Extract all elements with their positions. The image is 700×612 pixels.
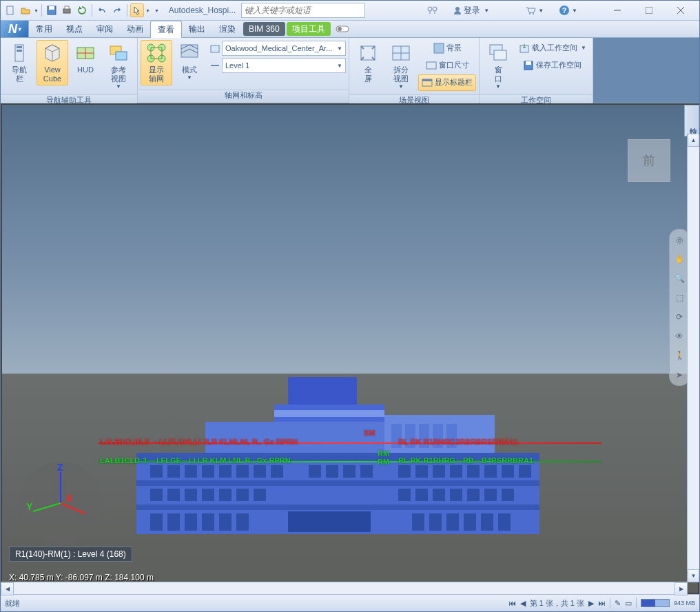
tab-bim360[interactable]: BIM 360 [243,22,285,36]
showgrid-button[interactable]: 显示 轴网 [141,40,172,85]
document-title: Autodesk_Hospi... [169,6,236,15]
titlebar-button[interactable]: 显示标题栏 [418,74,476,91]
save-icon[interactable] [45,3,59,17]
svg-rect-98 [236,513,249,531]
fullscreen-button[interactable]: 全 屏 [352,40,384,85]
svg-rect-99 [288,511,371,532]
svg-rect-57 [136,480,539,486]
tab-extra[interactable] [331,21,353,37]
tab-project-tools[interactable]: 项目工具 [287,22,331,36]
cart-icon[interactable]: ▼ [520,3,548,17]
scrollbar-horizontal[interactable]: ◀▶ [1,582,688,594]
svg-rect-74 [450,465,462,478]
tab-common[interactable]: 常用 [29,21,59,37]
level-dropdown[interactable]: Level 1▼ [222,58,346,73]
nav-first-icon[interactable]: ⏮ [508,599,516,607]
svg-rect-68 [326,465,338,478]
comm-center-icon[interactable] [422,3,443,17]
svg-rect-65 [254,465,266,478]
print-icon[interactable] [60,3,74,17]
svg-rect-44 [422,79,432,81]
open-icon[interactable] [19,3,32,17]
select-icon[interactable] [130,3,144,17]
window-button[interactable]: 窗 口▼ [482,40,514,92]
login-button[interactable]: 登录▼ [449,3,494,19]
pencil-icon[interactable]: ✎ [615,599,621,608]
winsize-button[interactable]: 窗口尺寸 [418,57,476,74]
undo-icon[interactable] [95,3,109,17]
page-icon[interactable]: ▭ [625,599,632,608]
3d-viewport[interactable]: LALB1CLDLS →LLFLGHLLI JLR KLMLNL R.. Gx … [2,105,698,593]
svg-rect-94 [167,513,180,531]
statusbar: 就绪 ⏮ ◀ 第 1 张，共 1 张 ▶ ⏭ ✎ ▭ 943 MB [1,594,699,611]
panel-grids-title: 轴网和标高 [138,90,349,103]
pan-icon[interactable]: ✋ [673,253,686,265]
svg-rect-64 [236,465,249,478]
pointer-icon[interactable]: ➤ [673,369,686,381]
svg-point-8 [529,13,531,14]
sheet-status: 第 1 张，共 1 张 [530,598,584,609]
svg-point-9 [533,13,534,14]
tab-animation[interactable]: 动画 [120,21,150,37]
zoom-icon[interactable]: 🔍 [673,272,686,285]
minimize-button[interactable] [601,1,633,19]
tab-review[interactable]: 审阅 [90,21,120,37]
nav-prev-icon[interactable]: ◀ [520,599,526,608]
svg-rect-69 [343,465,356,478]
split-button[interactable]: 拆分 视图▼ [385,40,417,92]
nav-next-icon[interactable]: ▶ [588,599,594,608]
viewcube-button[interactable]: View Cube [37,40,68,85]
svg-rect-19 [17,46,22,48]
orbit2-icon[interactable]: ⟳ [673,311,686,323]
svg-rect-60 [167,465,180,478]
properties-tab[interactable]: 特性 [684,105,699,136]
svg-rect-78 [519,465,531,478]
svg-rect-102 [446,513,459,531]
viewcube-widget[interactable]: 前 [628,139,670,182]
refresh-icon[interactable] [75,3,89,17]
tab-viewpoint[interactable]: 视点 [59,21,90,37]
tab-render[interactable]: 渲染 [212,21,243,37]
svg-line-118 [33,503,61,511]
walk-icon[interactable]: 🚶 [673,349,686,362]
orbit-icon[interactable]: ◎ [673,234,686,246]
nav-last-icon[interactable]: ⏭ [598,599,606,607]
svg-rect-2 [49,6,54,10]
svg-rect-88 [433,489,445,501]
svg-text:X: X [66,493,73,504]
svg-rect-75 [467,465,480,478]
tab-output[interactable]: 输出 [182,21,212,37]
mode-button[interactable]: 模式▼ [174,40,205,83]
svg-rect-73 [433,465,445,478]
close-button[interactable] [665,1,697,19]
svg-rect-4 [65,6,69,9]
maximize-button[interactable] [633,1,665,19]
save-workspace-button[interactable]: 保存工作空间 [515,57,590,74]
search-input[interactable] [241,3,365,18]
load-workspace-button[interactable]: 载入工作空间▼ [515,40,590,57]
app-logo[interactable]: N▾ [1,21,29,37]
background-button[interactable]: 背景 [418,40,476,57]
redo-icon[interactable] [110,3,124,17]
new-icon[interactable] [3,3,17,17]
refview-button[interactable]: 参考 视图▼ [103,40,134,92]
look-icon[interactable]: 👁 [673,330,686,343]
axis-triad[interactable]: Z X Y [19,462,102,544]
svg-rect-59 [150,465,163,478]
svg-rect-49 [526,61,531,65]
file-dropdown[interactable]: Oakwood_Medical_Center_Ar...▼ [222,41,346,56]
svg-line-116 [61,503,85,513]
svg-rect-41 [434,43,444,53]
svg-rect-25 [116,52,127,60]
building-model[interactable] [136,377,539,534]
navbar-button[interactable]: 导航 栏 [3,40,35,85]
svg-rect-89 [450,489,462,501]
svg-rect-80 [167,489,180,501]
svg-rect-70 [360,465,373,478]
help-icon[interactable]: ?▼ [554,3,582,18]
scrollbar-vertical[interactable]: ▲▼ [687,134,699,582]
zoom-window-icon[interactable]: ⬚ [673,292,686,304]
tab-view[interactable]: 查看 [150,21,182,38]
svg-rect-3 [63,9,70,13]
hud-button[interactable]: HUD [70,40,101,76]
